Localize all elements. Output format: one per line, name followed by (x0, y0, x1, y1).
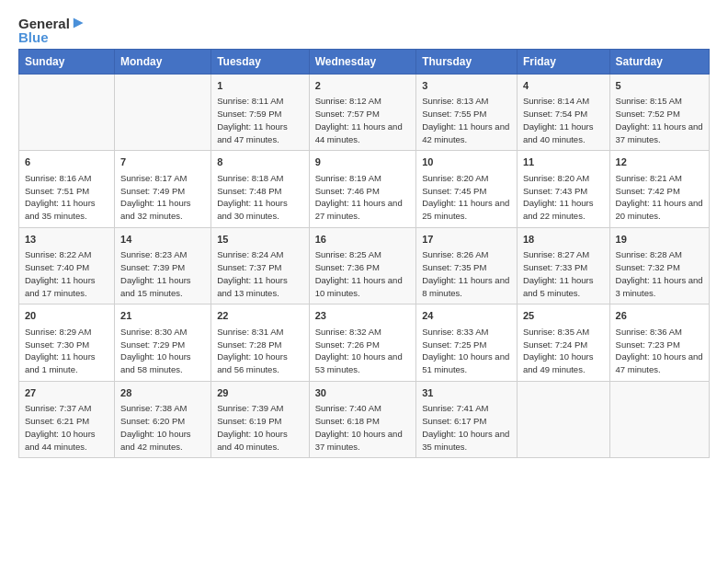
logo: General Blue (18, 15, 88, 45)
calendar-cell: 12Sunrise: 8:21 AM Sunset: 7:42 PM Dayli… (609, 151, 709, 227)
day-info: Sunrise: 8:25 AM Sunset: 7:36 PM Dayligh… (315, 248, 411, 299)
calendar-cell: 19Sunrise: 8:28 AM Sunset: 7:32 PM Dayli… (609, 227, 709, 304)
calendar-header: SundayMondayTuesdayWednesdayThursdayFrid… (19, 50, 710, 75)
day-info: Sunrise: 8:24 AM Sunset: 7:37 PM Dayligh… (217, 248, 302, 299)
day-number: 4 (523, 79, 604, 93)
calendar-cell (115, 75, 211, 151)
day-number: 13 (25, 233, 108, 247)
calendar-cell: 4Sunrise: 8:14 AM Sunset: 7:54 PM Daylig… (517, 75, 609, 151)
calendar-cell: 6Sunrise: 8:16 AM Sunset: 7:51 PM Daylig… (19, 151, 115, 227)
day-info: Sunrise: 8:13 AM Sunset: 7:55 PM Dayligh… (422, 95, 511, 145)
day-of-week-header: Saturday (609, 50, 709, 75)
calendar-cell: 26Sunrise: 8:36 AM Sunset: 7:23 PM Dayli… (609, 304, 709, 381)
day-info: Sunrise: 8:30 AM Sunset: 7:29 PM Dayligh… (120, 326, 205, 376)
day-info: Sunrise: 8:11 AM Sunset: 7:59 PM Dayligh… (217, 95, 302, 145)
day-of-week-header: Thursday (416, 50, 518, 75)
svg-marker-0 (74, 18, 84, 29)
calendar-cell: 28Sunrise: 7:38 AM Sunset: 6:20 PM Dayli… (115, 381, 211, 457)
day-info: Sunrise: 8:31 AM Sunset: 7:28 PM Dayligh… (217, 326, 302, 376)
calendar-cell: 11Sunrise: 8:20 AM Sunset: 7:43 PM Dayli… (517, 151, 609, 227)
calendar-cell: 27Sunrise: 7:37 AM Sunset: 6:21 PM Dayli… (19, 381, 115, 457)
calendar-cell: 7Sunrise: 8:17 AM Sunset: 7:49 PM Daylig… (115, 151, 211, 227)
calendar-cell: 21Sunrise: 8:30 AM Sunset: 7:29 PM Dayli… (115, 304, 211, 381)
header-row: SundayMondayTuesdayWednesdayThursdayFrid… (19, 50, 710, 75)
calendar-cell: 24Sunrise: 8:33 AM Sunset: 7:25 PM Dayli… (416, 304, 518, 381)
calendar-cell: 3Sunrise: 8:13 AM Sunset: 7:55 PM Daylig… (416, 75, 518, 151)
calendar-cell: 30Sunrise: 7:40 AM Sunset: 6:18 PM Dayli… (309, 381, 416, 457)
day-number: 18 (523, 233, 604, 247)
calendar-cell: 5Sunrise: 8:15 AM Sunset: 7:52 PM Daylig… (609, 75, 709, 151)
day-number: 2 (315, 79, 411, 93)
day-number: 24 (422, 309, 511, 323)
calendar-cell: 20Sunrise: 8:29 AM Sunset: 7:30 PM Dayli… (19, 304, 115, 381)
day-info: Sunrise: 8:36 AM Sunset: 7:23 PM Dayligh… (616, 326, 703, 376)
day-of-week-header: Wednesday (309, 50, 416, 75)
day-info: Sunrise: 7:37 AM Sunset: 6:21 PM Dayligh… (25, 402, 108, 453)
calendar-cell: 10Sunrise: 8:20 AM Sunset: 7:45 PM Dayli… (416, 151, 518, 227)
calendar-week-row: 1Sunrise: 8:11 AM Sunset: 7:59 PM Daylig… (19, 75, 710, 151)
day-number: 23 (315, 309, 411, 323)
day-info: Sunrise: 7:40 AM Sunset: 6:18 PM Dayligh… (315, 402, 411, 453)
day-info: Sunrise: 8:27 AM Sunset: 7:33 PM Dayligh… (523, 248, 604, 299)
calendar-cell: 2Sunrise: 8:12 AM Sunset: 7:57 PM Daylig… (309, 75, 416, 151)
calendar-cell: 16Sunrise: 8:25 AM Sunset: 7:36 PM Dayli… (309, 227, 416, 304)
day-number: 5 (616, 79, 703, 93)
day-number: 14 (120, 233, 205, 247)
day-info: Sunrise: 8:29 AM Sunset: 7:30 PM Dayligh… (25, 326, 108, 376)
day-info: Sunrise: 8:28 AM Sunset: 7:32 PM Dayligh… (616, 248, 703, 299)
day-info: Sunrise: 7:38 AM Sunset: 6:20 PM Dayligh… (120, 402, 205, 453)
day-info: Sunrise: 7:41 AM Sunset: 6:17 PM Dayligh… (422, 402, 511, 453)
calendar-cell: 13Sunrise: 8:22 AM Sunset: 7:40 PM Dayli… (19, 227, 115, 304)
calendar-cell: 8Sunrise: 8:18 AM Sunset: 7:48 PM Daylig… (211, 151, 309, 227)
logo-arrow-icon (72, 15, 88, 31)
calendar-table: SundayMondayTuesdayWednesdayThursdayFrid… (18, 49, 710, 458)
day-number: 10 (422, 155, 511, 169)
calendar-week-row: 6Sunrise: 8:16 AM Sunset: 7:51 PM Daylig… (19, 151, 710, 227)
day-number: 7 (120, 155, 205, 169)
day-number: 25 (523, 309, 604, 323)
day-number: 15 (217, 233, 302, 247)
calendar-cell: 23Sunrise: 8:32 AM Sunset: 7:26 PM Dayli… (309, 304, 416, 381)
day-number: 22 (217, 309, 302, 323)
day-number: 27 (25, 386, 108, 400)
day-number: 26 (616, 309, 703, 323)
calendar-cell: 17Sunrise: 8:26 AM Sunset: 7:35 PM Dayli… (416, 227, 518, 304)
day-number: 28 (120, 386, 205, 400)
day-number: 16 (315, 233, 411, 247)
calendar-body: 1Sunrise: 8:11 AM Sunset: 7:59 PM Daylig… (19, 75, 710, 458)
day-of-week-header: Monday (115, 50, 211, 75)
calendar-cell: 29Sunrise: 7:39 AM Sunset: 6:19 PM Dayli… (211, 381, 309, 457)
day-number: 31 (422, 386, 511, 400)
calendar-cell: 22Sunrise: 8:31 AM Sunset: 7:28 PM Dayli… (211, 304, 309, 381)
day-number: 1 (217, 79, 302, 93)
calendar-cell: 31Sunrise: 7:41 AM Sunset: 6:17 PM Dayli… (416, 381, 518, 457)
calendar-week-row: 27Sunrise: 7:37 AM Sunset: 6:21 PM Dayli… (19, 381, 710, 457)
day-number: 29 (217, 386, 302, 400)
day-info: Sunrise: 8:23 AM Sunset: 7:39 PM Dayligh… (120, 248, 205, 299)
day-number: 21 (120, 309, 205, 323)
day-of-week-header: Friday (517, 50, 609, 75)
day-info: Sunrise: 8:14 AM Sunset: 7:54 PM Dayligh… (523, 95, 604, 145)
page-container: General Blue SundayMondayTuesdayWednesda… (0, 0, 728, 473)
header: General Blue (18, 15, 710, 45)
day-number: 20 (25, 309, 108, 323)
day-number: 30 (315, 386, 411, 400)
day-info: Sunrise: 8:26 AM Sunset: 7:35 PM Dayligh… (422, 248, 511, 299)
day-number: 11 (523, 155, 604, 169)
day-info: Sunrise: 8:22 AM Sunset: 7:40 PM Dayligh… (25, 248, 108, 299)
day-number: 8 (217, 155, 302, 169)
day-info: Sunrise: 8:18 AM Sunset: 7:48 PM Dayligh… (217, 172, 302, 223)
day-number: 17 (422, 233, 511, 247)
day-number: 19 (616, 233, 703, 247)
day-number: 3 (422, 79, 511, 93)
day-info: Sunrise: 8:32 AM Sunset: 7:26 PM Dayligh… (315, 326, 411, 376)
day-of-week-header: Sunday (19, 50, 115, 75)
day-info: Sunrise: 8:20 AM Sunset: 7:43 PM Dayligh… (523, 172, 604, 223)
calendar-cell (517, 381, 609, 457)
day-info: Sunrise: 8:35 AM Sunset: 7:24 PM Dayligh… (523, 326, 604, 376)
calendar-cell: 14Sunrise: 8:23 AM Sunset: 7:39 PM Dayli… (115, 227, 211, 304)
day-info: Sunrise: 8:20 AM Sunset: 7:45 PM Dayligh… (422, 172, 511, 223)
day-info: Sunrise: 7:39 AM Sunset: 6:19 PM Dayligh… (217, 402, 302, 453)
day-info: Sunrise: 8:15 AM Sunset: 7:52 PM Dayligh… (616, 95, 703, 145)
calendar-cell: 25Sunrise: 8:35 AM Sunset: 7:24 PM Dayli… (517, 304, 609, 381)
